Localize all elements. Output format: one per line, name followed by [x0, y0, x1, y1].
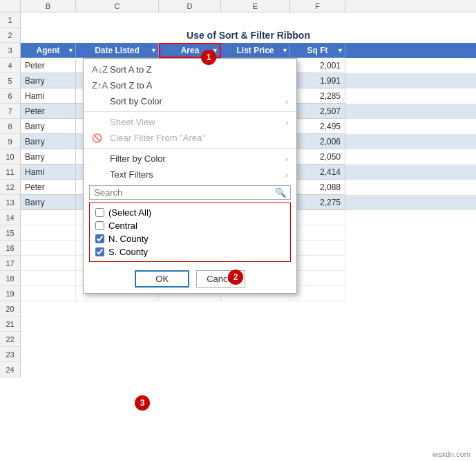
row-num-20: 20: [0, 301, 21, 317]
row-num-22: 22: [0, 332, 21, 347]
checkbox-s-county-label: S. County: [108, 247, 148, 257]
col-header-c: C: [76, 0, 159, 12]
td-agent: Barry: [21, 134, 76, 149]
search-box[interactable]: 🔍: [89, 185, 291, 200]
chevron-right-icon: ›: [285, 118, 288, 126]
search-icon: 🔍: [275, 187, 286, 198]
col-header-f: F: [290, 0, 345, 12]
column-header-row: B C D E F: [0, 0, 476, 12]
spreadsheet: B C D E F 1 2 3 4 5 6 7 8 9 10 11 12 13 …: [0, 0, 476, 461]
row-num-14: 14: [0, 210, 21, 225]
date-filter-button[interactable]: ▼: [151, 47, 157, 54]
checkbox-n-county-label: N. County: [108, 234, 149, 244]
checkbox-select-all-label: (Select All): [108, 207, 151, 218]
row-num-5: 5: [0, 73, 21, 88]
checkbox-s-county[interactable]: S. County: [93, 245, 287, 258]
sort-z-a-item[interactable]: Z↑A Sort Z to A: [84, 77, 296, 93]
td-agent: Barry: [21, 73, 76, 88]
row-num-2: 2: [0, 28, 21, 43]
checkbox-central[interactable]: Central: [93, 219, 287, 232]
text-filters-item[interactable]: Text Filters ›: [84, 167, 296, 182]
menu-separator: [84, 111, 296, 112]
td-sqft: 2,050: [290, 149, 345, 164]
chevron-right-icon: ›: [285, 171, 288, 179]
row-num-23: 23: [0, 347, 21, 362]
col-header-e: E: [221, 0, 290, 12]
chevron-right-icon: ›: [285, 97, 288, 106]
row-num-13: 13: [0, 195, 21, 210]
td-sqft: 2,495: [290, 119, 345, 134]
filter-dropdown: A↓Z Sort A to Z Z↑A Sort Z to A Sort by …: [83, 58, 297, 294]
clear-filter-icon: 🚫: [92, 133, 104, 143]
checkbox-n-county-input[interactable]: [95, 234, 104, 243]
row-num-16: 16: [0, 241, 21, 256]
sqft-filter-button[interactable]: ▼: [337, 47, 343, 54]
badge-2: 2: [228, 270, 243, 285]
row-num-3: 3: [0, 43, 21, 58]
col-header-d: D: [159, 0, 221, 12]
td-sqft: 2,414: [290, 164, 345, 180]
chevron-right-icon: ›: [285, 155, 288, 163]
checkbox-select-all[interactable]: (Select All): [93, 206, 287, 219]
badge-1: 1: [201, 50, 216, 65]
row-numbers: 1 2 3 4 5 6 7 8 9 10 11 12 13 14 15 16 1…: [0, 12, 21, 377]
th-agent: Agent ▼: [21, 43, 76, 58]
th-date-listed: Date Listed ▼: [76, 43, 159, 58]
row-num-1: 1: [0, 12, 21, 28]
ok-button[interactable]: OK: [135, 270, 189, 288]
td-sqft: 2,001: [290, 58, 345, 73]
row-num-18: 18: [0, 271, 21, 286]
checkbox-central-label: Central: [108, 220, 137, 231]
row-num-11: 11: [0, 164, 21, 180]
row-num-12: 12: [0, 180, 21, 195]
td-agent: Peter: [21, 104, 76, 119]
checkbox-s-county-input[interactable]: [95, 247, 104, 256]
td-agent: Hami: [21, 88, 76, 104]
menu-separator: [84, 148, 296, 149]
sort-az-icon: A↓Z: [92, 64, 104, 75]
td-agent: Barry: [21, 149, 76, 164]
dialog-buttons: OK Cancel: [84, 266, 296, 290]
row-num-4: 4: [0, 58, 21, 73]
td-agent: Hami: [21, 164, 76, 180]
row-num-8: 8: [0, 119, 21, 134]
row-num-15: 15: [0, 225, 21, 241]
row-num-19: 19: [0, 286, 21, 301]
page-title: Use of Sort & Filter Ribbon: [21, 28, 476, 43]
col-header-b: B: [21, 0, 76, 12]
td-sqft: 2,006: [290, 134, 345, 149]
filter-by-color-item[interactable]: Filter by Color ›: [84, 151, 296, 167]
checkbox-central-input[interactable]: [95, 221, 104, 230]
sort-a-z-item[interactable]: A↓Z Sort A to Z: [84, 62, 296, 77]
watermark: wsxdn.com: [432, 450, 470, 458]
sort-by-color-item[interactable]: Sort by Color ›: [84, 93, 296, 109]
td-agent: Barry: [21, 195, 76, 210]
td-agent: Peter: [21, 58, 76, 73]
td-sqft: 2,507: [290, 104, 345, 119]
table-header: Agent ▼ Date Listed ▼ Area ▼ List Price …: [21, 43, 476, 58]
row-num-10: 10: [0, 149, 21, 164]
td-agent: Peter: [21, 180, 76, 195]
td-sqft: 2,275: [290, 195, 345, 210]
td-sqft: 2,285: [290, 88, 345, 104]
search-input[interactable]: [94, 187, 275, 198]
checkbox-list: (Select All) Central N. County S. County: [89, 203, 291, 262]
price-filter-button[interactable]: ▼: [282, 47, 288, 54]
row-num-24: 24: [0, 362, 21, 377]
td-sqft: 2,088: [290, 180, 345, 195]
sort-za-icon: Z↑A: [92, 80, 104, 91]
clear-filter-item: 🚫 Clear Filter From "Area": [84, 130, 296, 146]
sheet-view-item: Sheet View ›: [84, 114, 296, 130]
row-num-7: 7: [0, 104, 21, 119]
row-num-9: 9: [0, 134, 21, 149]
agent-filter-button[interactable]: ▼: [68, 47, 74, 54]
row-num-17: 17: [0, 256, 21, 271]
row-num-6: 6: [0, 88, 21, 104]
th-sq-ft: Sq Ft ▼: [290, 43, 345, 58]
row-num-21: 21: [0, 317, 21, 332]
checkbox-select-all-input[interactable]: [95, 208, 104, 217]
checkbox-n-county[interactable]: N. County: [93, 232, 287, 245]
col-header-a: [0, 0, 21, 12]
th-list-price: List Price ▼: [221, 43, 290, 58]
td-agent: Barry: [21, 119, 76, 134]
